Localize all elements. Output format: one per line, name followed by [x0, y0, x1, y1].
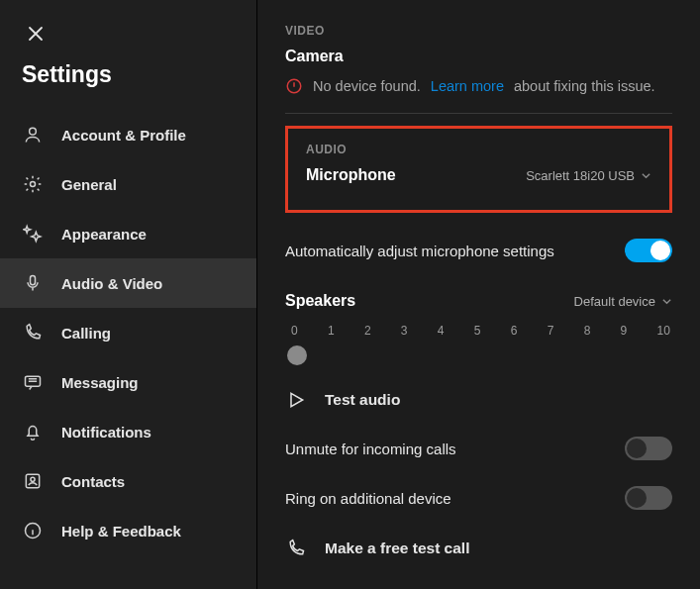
- sidebar-item-calling[interactable]: Calling: [0, 308, 256, 357]
- learn-more-link[interactable]: Learn more: [431, 78, 504, 94]
- sidebar-item-general[interactable]: General: [0, 159, 256, 209]
- chevron-down-icon: [641, 170, 651, 181]
- tick: 9: [621, 324, 628, 338]
- audio-section-label: AUDIO: [306, 143, 651, 156]
- unmute-row: Unmute for incoming calls: [285, 437, 672, 460]
- microphone-dropdown[interactable]: Scarlett 18i20 USB: [526, 168, 651, 183]
- ring-toggle[interactable]: [625, 486, 672, 510]
- microphone-value: Scarlett 18i20 USB: [526, 168, 635, 183]
- sidebar-item-contacts[interactable]: Contacts: [0, 456, 256, 506]
- no-device-text-post: about fixing this issue.: [514, 78, 655, 94]
- settings-content: VIDEO Camera No device found. Learn more…: [257, 0, 700, 589]
- contacts-icon: [22, 470, 44, 492]
- play-icon: [285, 389, 307, 411]
- sidebar-item-help-feedback[interactable]: Help & Feedback: [0, 506, 256, 555]
- unmute-toggle[interactable]: [625, 437, 672, 460]
- speakers-value: Default device: [574, 294, 655, 309]
- tick: 1: [328, 324, 335, 338]
- close-icon: [28, 26, 44, 42]
- chat-icon: [22, 371, 44, 393]
- speakers-dropdown[interactable]: Default device: [574, 294, 672, 309]
- sidebar-item-audio-video[interactable]: Audio & Video: [0, 258, 256, 308]
- microphone-title: Microphone: [306, 166, 396, 184]
- gear-icon: [22, 173, 44, 195]
- sidebar-item-label: Help & Feedback: [61, 523, 181, 540]
- no-device-message: No device found. Learn more about fixing…: [285, 77, 672, 95]
- tick: 7: [548, 324, 554, 338]
- video-section: VIDEO Camera No device found. Learn more…: [285, 24, 672, 114]
- phone-icon: [285, 538, 307, 559]
- tick: 0: [291, 324, 298, 338]
- unmute-label: Unmute for incoming calls: [285, 441, 456, 457]
- test-audio-label: Test audio: [325, 391, 400, 409]
- tick: 4: [438, 324, 445, 338]
- svg-point-1: [31, 182, 36, 187]
- no-device-text-pre: No device found.: [313, 78, 421, 94]
- sparkle-icon: [22, 223, 44, 245]
- sidebar-item-label: Appearance: [61, 226, 147, 243]
- sidebar-item-label: Contacts: [61, 473, 125, 490]
- sidebar-item-label: General: [61, 176, 117, 193]
- speakers-section: Speakers Default device 0 1 2 3 4 5 6: [285, 292, 672, 367]
- tick: 2: [364, 324, 371, 338]
- sidebar-item-label: Messaging: [61, 374, 139, 391]
- bell-icon: [22, 421, 44, 442]
- tick: 8: [584, 324, 591, 338]
- sidebar-item-appearance[interactable]: Appearance: [0, 209, 256, 258]
- test-call-button[interactable]: Make a free test call: [285, 538, 672, 559]
- auto-adjust-toggle[interactable]: [625, 239, 672, 262]
- ring-row: Ring on additional device: [285, 486, 672, 510]
- sidebar-item-label: Audio & Video: [61, 275, 162, 292]
- tick: 3: [401, 324, 408, 338]
- audio-section-highlight: AUDIO Microphone Scarlett 18i20 USB: [285, 126, 672, 213]
- sidebar-item-label: Notifications: [61, 424, 151, 441]
- chevron-down-icon: [661, 296, 672, 307]
- auto-adjust-label: Automatically adjust microphone settings: [285, 243, 554, 259]
- svg-point-5: [31, 477, 35, 481]
- microphone-icon: [22, 272, 44, 294]
- volume-thumb[interactable]: [287, 345, 307, 365]
- camera-title: Camera: [285, 48, 672, 65]
- alert-icon: [285, 77, 303, 95]
- svg-point-0: [30, 128, 37, 135]
- test-audio-button[interactable]: Test audio: [285, 389, 672, 411]
- person-icon: [22, 124, 44, 146]
- info-icon: [22, 520, 44, 541]
- sidebar-item-notifications[interactable]: Notifications: [0, 407, 256, 456]
- volume-ticks: 0 1 2 3 4 5 6 7 8 9 10: [285, 324, 672, 338]
- video-section-label: VIDEO: [285, 24, 672, 38]
- settings-sidebar: Settings Account & Profile General Appea…: [0, 0, 257, 589]
- phone-icon: [22, 322, 44, 344]
- tick: 5: [474, 324, 481, 338]
- speakers-title: Speakers: [285, 292, 355, 310]
- volume-slider[interactable]: 0 1 2 3 4 5 6 7 8 9 10: [285, 324, 672, 367]
- settings-nav: Account & Profile General Appearance Aud…: [0, 106, 256, 559]
- close-button[interactable]: [22, 20, 50, 48]
- settings-title: Settings: [22, 61, 235, 88]
- tick: 6: [511, 324, 518, 338]
- svg-rect-2: [31, 276, 36, 285]
- sidebar-item-account-profile[interactable]: Account & Profile: [0, 110, 256, 159]
- tick: 10: [657, 324, 670, 338]
- sidebar-item-label: Calling: [61, 325, 111, 342]
- auto-adjust-row: Automatically adjust microphone settings: [285, 239, 672, 262]
- sidebar-item-label: Account & Profile: [61, 127, 186, 144]
- test-call-label: Make a free test call: [325, 540, 469, 557]
- ring-label: Ring on additional device: [285, 490, 451, 507]
- sidebar-item-messaging[interactable]: Messaging: [0, 357, 256, 407]
